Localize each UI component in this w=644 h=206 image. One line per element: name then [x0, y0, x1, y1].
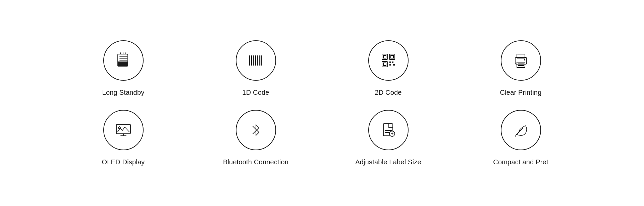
bluetooth-label: Bluetooth Connection	[223, 158, 288, 166]
feature-clear-printing: Clear Printing	[465, 40, 577, 96]
svg-rect-27	[393, 64, 395, 66]
svg-rect-8	[249, 55, 250, 66]
oled-display-icon-circle	[103, 110, 144, 150]
feature-adjustable-label: Adjustable Label Size	[332, 110, 444, 166]
svg-rect-11	[255, 55, 256, 66]
svg-rect-10	[253, 55, 254, 66]
svg-rect-24	[389, 61, 391, 63]
adjustable-label-label: Adjustable Label Size	[355, 158, 421, 166]
1d-code-label: 1D Code	[242, 89, 269, 96]
svg-rect-30	[517, 62, 525, 68]
feather-icon	[512, 121, 530, 139]
2d-code-icon-circle	[368, 40, 409, 81]
svg-rect-23	[384, 63, 386, 65]
1d-code-icon-circle	[236, 40, 276, 81]
svg-rect-14	[261, 55, 262, 66]
2d-code-label: 2D Code	[375, 89, 401, 96]
feature-bluetooth: Bluetooth Connection	[200, 110, 312, 166]
bluetooth-icon	[247, 121, 265, 139]
svg-rect-9	[251, 55, 252, 66]
feature-oled-display: OLED Display	[67, 110, 179, 166]
features-grid: Long Standby 1D Code	[0, 27, 644, 179]
svg-rect-7	[118, 61, 128, 66]
svg-line-45	[517, 128, 523, 134]
clear-printing-label: Clear Printing	[500, 89, 542, 96]
compact-icon-circle	[501, 110, 541, 150]
clear-printing-icon-circle	[501, 40, 541, 81]
long-standby-label: Long Standby	[102, 89, 145, 96]
svg-point-38	[118, 127, 120, 129]
feature-1d-code: 1D Code	[200, 40, 312, 96]
svg-rect-17	[384, 56, 386, 58]
feature-compact: Compact and Pret	[465, 110, 577, 166]
long-standby-icon-circle	[103, 40, 144, 81]
qrcode-icon	[379, 51, 397, 70]
feature-long-standby: Long Standby	[67, 40, 179, 96]
svg-rect-13	[259, 55, 260, 66]
battery-icon	[114, 51, 132, 70]
feature-2d-code: 2D Code	[332, 40, 444, 96]
display-icon	[114, 121, 132, 139]
svg-rect-20	[391, 56, 393, 58]
barcode-icon	[247, 51, 265, 70]
adjustable-label-icon-circle	[368, 110, 409, 150]
compact-label: Compact and Pret	[493, 158, 548, 166]
bluetooth-icon-circle	[236, 110, 276, 150]
svg-point-33	[524, 59, 525, 60]
svg-rect-25	[392, 61, 393, 63]
label-icon	[379, 121, 397, 139]
oled-display-label: OLED Display	[102, 158, 145, 166]
svg-rect-12	[257, 55, 258, 66]
printer-icon	[512, 51, 530, 70]
svg-rect-26	[389, 64, 391, 66]
